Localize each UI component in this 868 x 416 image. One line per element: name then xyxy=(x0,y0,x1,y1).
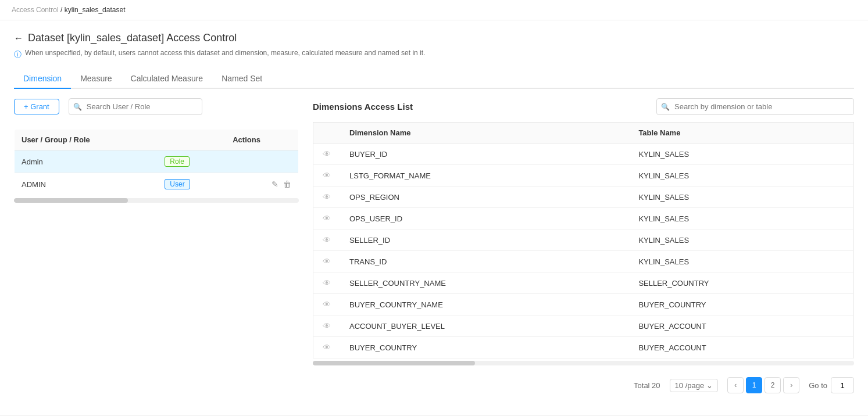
user-tag-cell: User xyxy=(158,173,226,196)
right-scrollbar-thumb xyxy=(313,361,475,365)
user-tag: Role xyxy=(165,156,190,167)
next-page-button[interactable]: › xyxy=(783,377,799,393)
eye-icon: 👁 xyxy=(323,149,331,159)
col-user-group-role: User / Group / Role xyxy=(15,130,158,150)
page-2-button[interactable]: 2 xyxy=(765,377,781,393)
dimension-name-cell: OPS_REGION xyxy=(340,187,629,208)
eye-icon: 👁 xyxy=(323,278,331,288)
chevron-down-icon: ⌄ xyxy=(706,381,713,390)
goto-label: Go to xyxy=(809,381,827,390)
back-button[interactable]: ← xyxy=(14,33,23,44)
dimension-name-cell: BUYER_COUNTRY_NAME xyxy=(340,294,629,315)
page-title: Dataset [kylin_sales_dataset] Access Con… xyxy=(28,32,237,44)
dimension-table-row: 👁 ACCOUNT_BUYER_LEVEL BUYER_ACCOUNT xyxy=(313,315,854,337)
eye-cell: 👁 xyxy=(313,337,341,358)
total-label: Total 20 xyxy=(634,381,660,390)
search-user-input[interactable] xyxy=(69,98,202,115)
notice-text: When unspecified, by default, users cann… xyxy=(25,49,425,57)
user-search-box: 🔍 xyxy=(69,98,202,115)
prev-page-button[interactable]: ‹ xyxy=(727,377,744,393)
left-scrollbar[interactable] xyxy=(14,198,299,203)
per-page-select[interactable]: 10 /page ⌄ xyxy=(670,379,719,392)
breadcrumb-separator: / xyxy=(60,6,62,14)
main-container: ← Dataset [kylin_sales_dataset] Access C… xyxy=(0,20,868,415)
user-table-row[interactable]: ADMIN User ✎ 🗑 xyxy=(15,173,299,196)
dimension-name-cell: TRANS_ID xyxy=(340,251,629,272)
user-table: User / Group / Role Actions Admin Role A… xyxy=(14,129,299,196)
user-table-header: User / Group / Role Actions xyxy=(15,130,299,150)
eye-cell: 👁 xyxy=(313,294,341,315)
eye-icon: 👁 xyxy=(323,214,331,223)
right-scrollbar[interactable] xyxy=(313,361,854,365)
eye-cell: 👁 xyxy=(313,144,341,165)
user-table-row[interactable]: Admin Role xyxy=(15,150,299,173)
eye-icon: 👁 xyxy=(323,300,331,309)
left-scrollbar-thumb xyxy=(14,198,128,203)
dimension-table-row: 👁 BUYER_COUNTRY_NAME BUYER_COUNTRY xyxy=(313,294,854,315)
dimension-table-row: 👁 BUYER_COUNTRY BUYER_ACCOUNT xyxy=(313,337,854,358)
dimension-table-row: 👁 BUYER_ID KYLIN_SALES xyxy=(313,144,854,165)
table-name-cell: KYLIN_SALES xyxy=(629,208,853,229)
dimension-name-cell: SELLER_ID xyxy=(340,229,629,251)
eye-icon: 👁 xyxy=(323,343,331,352)
right-panel: Dimensions Access List 🔍 Dimension Name … xyxy=(313,98,854,400)
dimensions-table-body: 👁 BUYER_ID KYLIN_SALES 👁 LSTG_FORMAT_NAM… xyxy=(313,144,854,358)
dimension-search-icon: 🔍 xyxy=(661,103,670,111)
dimension-name-cell: BUYER_ID xyxy=(340,144,629,165)
eye-cell: 👁 xyxy=(313,229,341,251)
grant-button[interactable]: + Grant xyxy=(14,99,59,114)
eye-cell: 👁 xyxy=(313,315,341,337)
table-name-cell: BUYER_ACCOUNT xyxy=(629,337,853,358)
user-name-cell: ADMIN xyxy=(15,173,158,196)
eye-cell: 👁 xyxy=(313,251,341,272)
dimension-table-row: 👁 OPS_REGION KYLIN_SALES xyxy=(313,187,854,208)
table-name-cell: KYLIN_SALES xyxy=(629,144,853,165)
eye-icon: 👁 xyxy=(323,171,331,180)
table-name-cell: KYLIN_SALES xyxy=(629,229,853,251)
tab-calculated-measure[interactable]: Calculated Measure xyxy=(122,69,213,89)
breadcrumb-parent[interactable]: Access Control xyxy=(12,6,59,14)
col-table-name: Table Name xyxy=(629,123,853,144)
table-name-cell: KYLIN_SALES xyxy=(629,251,853,272)
breadcrumb-current: kylin_sales_dataset xyxy=(65,6,126,14)
pagination-bar: Total 20 10 /page ⌄ ‹ 1 2 › Go to xyxy=(313,370,854,400)
user-tag-cell: Role xyxy=(158,150,226,173)
delete-icon[interactable]: 🗑 xyxy=(283,180,291,189)
user-actions-cell: ✎ 🗑 xyxy=(226,173,298,196)
dimension-name-cell: OPS_USER_ID xyxy=(340,208,629,229)
dimension-name-cell: SELLER_COUNTRY_NAME xyxy=(340,272,629,294)
left-panel: + Grant 🔍 User / Group / Role Actions Ad… xyxy=(14,98,299,400)
per-page-value: 10 /page xyxy=(675,381,705,390)
edit-icon[interactable]: ✎ xyxy=(272,180,278,189)
goto-input[interactable] xyxy=(831,377,854,393)
dimensions-table: Dimension Name Table Name 👁 BUYER_ID KYL… xyxy=(313,122,854,358)
user-name-cell: Admin xyxy=(15,150,158,173)
tab-measure[interactable]: Measure xyxy=(71,69,121,89)
tab-named-set[interactable]: Named Set xyxy=(212,69,272,89)
dimension-table-row: 👁 SELLER_ID KYLIN_SALES xyxy=(313,229,854,251)
page-nav: ‹ 1 2 › xyxy=(727,377,799,393)
dimension-search-input[interactable] xyxy=(656,98,854,115)
action-icons: ✎ 🗑 xyxy=(233,180,291,189)
table-name-cell: BUYER_ACCOUNT xyxy=(629,315,853,337)
eye-icon: 👁 xyxy=(323,192,331,202)
eye-icon: 👁 xyxy=(323,235,331,245)
right-header: Dimensions Access List 🔍 xyxy=(313,98,854,115)
dimension-name-cell: LSTG_FORMAT_NAME xyxy=(340,165,629,187)
eye-icon: 👁 xyxy=(323,257,331,266)
dimensions-table-header: Dimension Name Table Name xyxy=(313,123,854,144)
search-icon: 🔍 xyxy=(73,103,82,111)
eye-cell: 👁 xyxy=(313,187,341,208)
dimension-table-row: 👁 LSTG_FORMAT_NAME KYLIN_SALES xyxy=(313,165,854,187)
dimension-table-row: 👁 TRANS_ID KYLIN_SALES xyxy=(313,251,854,272)
info-notice: ⓘ When unspecified, by default, users ca… xyxy=(14,49,854,60)
page-title-row: ← Dataset [kylin_sales_dataset] Access C… xyxy=(14,32,854,44)
tab-dimension[interactable]: Dimension xyxy=(14,69,71,89)
user-actions-cell xyxy=(226,150,298,173)
page-1-button[interactable]: 1 xyxy=(746,377,762,393)
dimension-name-cell: BUYER_COUNTRY xyxy=(340,337,629,358)
tab-bar: Dimension Measure Calculated Measure Nam… xyxy=(14,69,854,89)
table-name-cell: KYLIN_SALES xyxy=(629,187,853,208)
table-name-cell: SELLER_COUNTRY xyxy=(629,272,853,294)
col-actions: Actions xyxy=(226,130,298,150)
